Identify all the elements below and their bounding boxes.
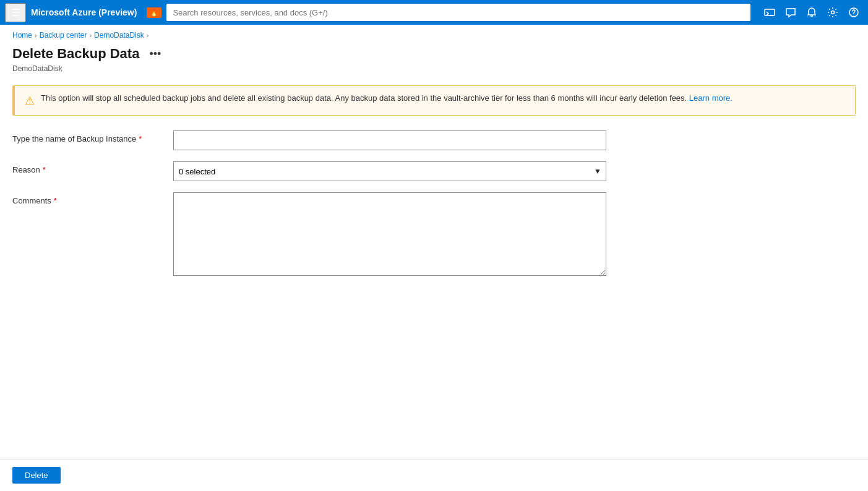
warning-icon: ⚠	[25, 94, 35, 108]
svg-point-2	[831, 11, 835, 14]
svg-point-4	[853, 15, 854, 15]
breadcrumb-home[interactable]: Home	[12, 31, 32, 40]
delete-button[interactable]: Delete	[12, 467, 61, 484]
bottom-bar: Delete	[0, 459, 868, 491]
cloud-shell-button[interactable]	[760, 4, 779, 20]
comments-row: Comments *	[12, 192, 856, 276]
warning-banner: ⚠ This option will stop all scheduled ba…	[12, 85, 856, 116]
page-header: Delete Backup Data •••	[0, 43, 868, 64]
page-title: Delete Backup Data	[12, 46, 139, 62]
app-title: Microsoft Azure (Preview)	[31, 7, 137, 17]
main-content: Home › Backup center › DemoDataDisk › De…	[0, 25, 868, 491]
page-subtitle: DemoDataDisk	[0, 64, 868, 80]
reason-select[interactable]: 0 selected	[173, 161, 606, 181]
page-menu-button[interactable]: •••	[145, 46, 165, 62]
instance-name-required: *	[139, 134, 142, 143]
warning-text: This option will stop all scheduled back…	[41, 93, 733, 103]
breadcrumb-sep-1: ›	[35, 32, 37, 39]
reason-row: Reason * 0 selected ▼	[12, 161, 856, 181]
settings-button[interactable]	[823, 4, 842, 20]
search-input[interactable]	[166, 4, 750, 21]
topbar-icon-group	[760, 4, 863, 20]
form-area: Type the name of Backup Instance * Reaso…	[0, 126, 868, 297]
breadcrumb-sep-2: ›	[89, 32, 92, 39]
svg-rect-0	[765, 9, 775, 15]
notifications-button[interactable]	[802, 4, 821, 20]
reason-select-wrapper: 0 selected ▼	[173, 161, 606, 181]
topbar: ☰ Microsoft Azure (Preview) 🔥	[0, 0, 868, 25]
comments-required: *	[54, 196, 57, 205]
feedback-button[interactable]	[781, 4, 800, 20]
breadcrumb-backup-center[interactable]: Backup center	[40, 31, 87, 40]
breadcrumb-sep-3: ›	[147, 32, 149, 39]
instance-name-label: Type the name of Backup Instance *	[12, 130, 173, 143]
instance-name-input[interactable]	[173, 130, 606, 150]
help-button[interactable]	[844, 4, 863, 20]
breadcrumb: Home › Backup center › DemoDataDisk ›	[0, 25, 868, 43]
reason-label: Reason *	[12, 161, 173, 174]
reason-required: *	[43, 165, 46, 174]
instance-name-row: Type the name of Backup Instance *	[12, 130, 856, 150]
preview-badge: 🔥	[147, 7, 161, 18]
hamburger-menu-button[interactable]: ☰	[5, 3, 26, 22]
breadcrumb-demodatadisk[interactable]: DemoDataDisk	[94, 31, 144, 40]
comments-textarea[interactable]	[173, 192, 606, 276]
learn-more-link[interactable]: Learn more.	[689, 93, 733, 103]
comments-label: Comments *	[12, 192, 173, 205]
